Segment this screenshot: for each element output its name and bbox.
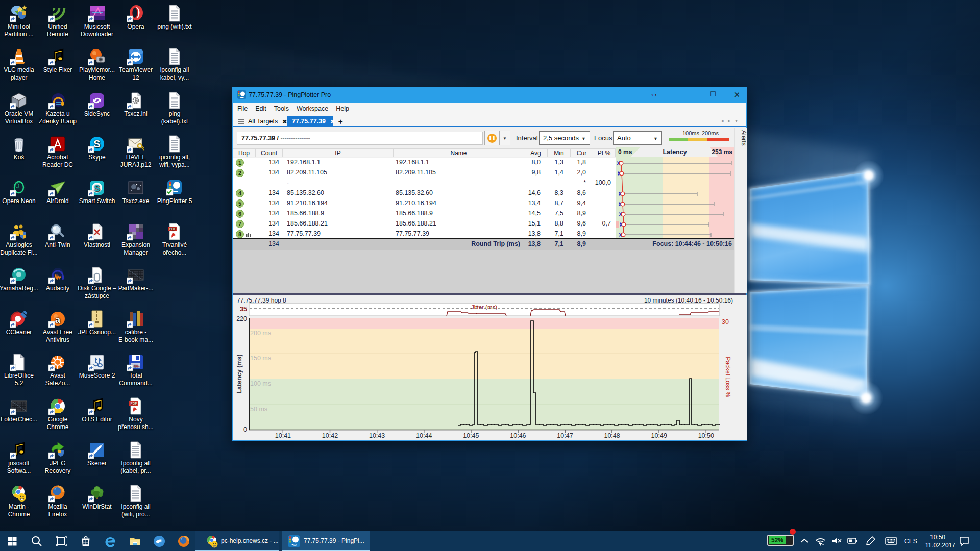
svg-text:77.75.77.39 hop 8: 77.75.77.39 hop 8 [237, 297, 286, 304]
svg-text:a: a [55, 315, 61, 325]
svg-text:Latency: Latency [663, 148, 687, 156]
svg-text:30: 30 [722, 318, 729, 325]
svg-text:0 ms: 0 ms [618, 148, 632, 156]
svg-text:100 ms: 100 ms [250, 380, 271, 387]
svg-text:S: S [93, 138, 100, 149]
svg-text:10:43: 10:43 [369, 432, 385, 439]
svg-text:150 ms: 150 ms [250, 355, 271, 362]
svg-text:253 ms: 253 ms [712, 148, 732, 156]
svg-text:10:45: 10:45 [463, 432, 479, 439]
svg-text:Packet Loss %: Packet Loss % [724, 357, 731, 397]
svg-text:0: 0 [243, 426, 247, 433]
svg-text:Latency (ms): Latency (ms) [236, 354, 243, 393]
svg-text:S: S [94, 184, 100, 193]
svg-text:10:46: 10:46 [510, 432, 526, 439]
svg-text:220: 220 [236, 315, 247, 322]
svg-text:PDF: PDF [131, 402, 137, 405]
svg-text:10:47: 10:47 [557, 432, 573, 439]
svg-text:10:48: 10:48 [604, 432, 620, 439]
svg-text:10:42: 10:42 [322, 432, 338, 439]
svg-text:10 minutes (10:40:16 - 10:50:1: 10 minutes (10:40:16 - 10:50:16) [644, 297, 733, 304]
svg-text:200 ms: 200 ms [250, 330, 271, 337]
svg-text:PDF: PDF [169, 227, 176, 231]
svg-text:10:50: 10:50 [698, 432, 714, 439]
svg-text:10:41: 10:41 [275, 432, 291, 439]
svg-text:10:49: 10:49 [651, 432, 667, 439]
svg-text:35: 35 [240, 306, 247, 313]
svg-text:50 ms: 50 ms [250, 406, 267, 413]
svg-text:10:44: 10:44 [416, 432, 432, 439]
svg-text:Jitter (ms): Jitter (ms) [471, 304, 497, 310]
